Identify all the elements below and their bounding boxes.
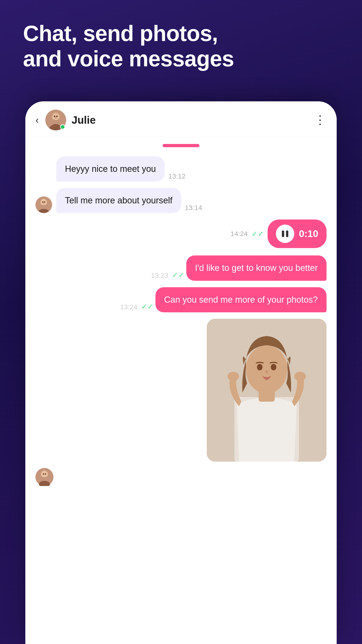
svg-point-18 <box>271 364 276 370</box>
message-bubble-4: I'd like to get to know you better <box>186 256 326 280</box>
message-time-2: 13:14 <box>185 204 202 212</box>
msg5-time: 13:24 <box>120 303 137 311</box>
headline-line2: and voice messages <box>23 46 339 72</box>
msg4-checks: ✓✓ <box>172 271 184 280</box>
pause-bar-right <box>286 230 288 237</box>
online-indicator <box>60 124 65 130</box>
phone-card: ‹ Julie ⋮ <box>25 101 337 644</box>
photo-bubble[interactable] <box>207 319 326 462</box>
voice-duration: 0:10 <box>299 228 318 239</box>
svg-point-11 <box>43 203 44 204</box>
svg-point-16 <box>246 345 288 394</box>
svg-point-5 <box>55 118 57 118</box>
msg4-time: 13:23 <box>151 272 168 280</box>
message-row-5: 13:24 ✓✓ Can you send me more of your ph… <box>36 287 326 312</box>
bottom-small-avatar <box>36 468 54 486</box>
chat-messages[interactable]: Heyyy nice to meet you 13:12 Tell me mor… <box>25 137 337 634</box>
message-row-1: Heyyy nice to meet you 13:12 <box>36 156 326 182</box>
message-bubble-5: Can you send me more of your photos? <box>156 287 327 312</box>
msg-avatar-2 <box>36 196 52 213</box>
voice-bubble[interactable]: 0:10 <box>268 220 326 248</box>
pause-icon <box>282 230 288 237</box>
voice-time: 14:24 <box>230 230 248 238</box>
bottom-avatar-row <box>36 468 326 486</box>
message-bubble-1: Heyyy nice to meet you <box>56 156 165 182</box>
svg-point-3 <box>54 116 55 117</box>
voice-checks: ✓✓ <box>252 230 264 238</box>
svg-point-20 <box>228 372 239 381</box>
contact-name: Julie <box>72 114 314 126</box>
svg-point-25 <box>45 473 46 475</box>
chat-header: ‹ Julie ⋮ <box>25 101 337 137</box>
more-menu-button[interactable]: ⋮ <box>314 116 326 124</box>
headline: Chat, send photos, and voice messages <box>23 21 339 72</box>
headline-line1: Chat, send photos, <box>23 21 339 46</box>
top-hint-bar <box>162 144 200 147</box>
back-button[interactable]: ‹ <box>36 114 39 126</box>
svg-point-21 <box>294 372 306 381</box>
pause-bar-left <box>282 230 284 237</box>
pause-button[interactable] <box>276 224 294 243</box>
message-bubble-2: Tell me more about yourself <box>56 188 181 213</box>
svg-point-9 <box>42 201 44 203</box>
svg-point-10 <box>44 201 45 203</box>
msg5-checks: ✓✓ <box>141 302 154 311</box>
svg-point-17 <box>257 364 262 370</box>
svg-point-24 <box>43 473 44 475</box>
message-row-2: Tell me more about yourself 13:14 <box>36 188 326 213</box>
photo-message-row <box>36 319 326 462</box>
message-row-4: 13:23 ✓✓ I'd like to get to know you bet… <box>36 256 326 280</box>
message-time-1: 13:12 <box>168 172 186 180</box>
svg-point-19 <box>266 370 268 373</box>
avatar-wrapper[interactable] <box>45 110 66 130</box>
voice-message-row: 14:24 ✓✓ 0:10 <box>36 220 326 248</box>
svg-point-4 <box>56 116 58 117</box>
